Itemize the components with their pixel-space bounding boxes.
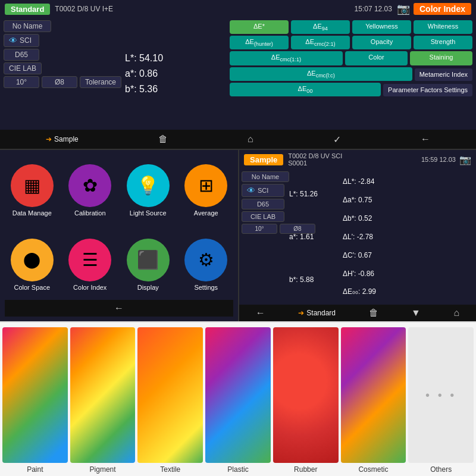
menu-settings[interactable]: ⚙ Settings [179,229,234,300]
s2r-eye-icon: 👁 [247,186,255,195]
paint-label: Paint [27,465,43,474]
s2r-delete-icon[interactable]: 🗑 [369,308,378,318]
delta-e-star-btn[interactable]: ΔE* [230,20,289,34]
screen1-footer: ➔ Sample 🗑 ⌂ ✓ ← [0,130,476,149]
s2r-db: Δb*: 0.52 [343,214,474,223]
screen1-body: No Name 👁 SCI D65 CIE LAB 10° Ø8 Toleran… [0,18,476,130]
gallery-rubber[interactable]: Rubber [273,327,339,474]
s2r-dH: ΔH': -0.86 [343,270,474,278]
s2r-down-icon[interactable]: ▼ [411,308,421,318]
cosmetic-image [341,327,406,463]
menu-color-index[interactable]: ☰ Color Index [63,229,118,300]
screen2-left-footer: ← [5,300,233,317]
s2r-device-info: T0002 D/8 UV SCI S0001 [288,152,421,167]
s2r-arrow-icon: ➔ [298,309,304,317]
cie-badge: CIE LAB [4,62,42,74]
color-index-title: Color Index [414,3,471,15]
s2r-sci: 👁 SCI [242,184,284,197]
screen1-header: Standard T0002 D/8 UV I+E 15:07 12.03 📷 … [0,0,476,18]
no-name-badge: No Name [4,20,51,32]
gallery-textile[interactable]: Textile [137,327,203,474]
tolerance-badge[interactable]: Tolerance [80,76,121,88]
pigment-image [70,327,136,463]
s2r-home-icon[interactable]: ⌂ [454,308,460,318]
s2r-back-icon[interactable]: ← [256,308,265,318]
whiteness-btn[interactable]: Whiteness [414,20,472,34]
settings-label: Settings [194,284,218,291]
ci-row-3: ΔEcmc(1:1) Color Staining [230,51,472,65]
param-factors-label[interactable]: Parameter Factors Settings [383,84,472,96]
menu-color-space[interactable]: ⬤ Color Space [5,229,60,300]
standard-badge[interactable]: Standard [5,4,50,15]
menu-data-manage[interactable]: ▦ Data Manage [5,155,60,226]
s2r-standard-nav[interactable]: ➔ Standard [298,309,336,317]
angle-badge: 10° [4,76,39,88]
check-icon[interactable]: ✓ [333,134,341,145]
delete-icon[interactable]: 🗑 [158,134,168,145]
menu-average[interactable]: ⊞ Average [179,155,234,226]
main-menu-grid: ▦ Data Manage ✿ Calibration 💡 Light Sour… [5,155,233,300]
yellowness-btn[interactable]: Yellowness [352,20,411,34]
s2r-dC: ΔC': 0.67 [343,251,474,259]
calibration-label: Calibration [74,209,106,217]
screen1-left-panel: No Name 👁 SCI D65 CIE LAB 10° Ø8 Toleran… [0,18,119,130]
gallery-others[interactable]: • • • Others [408,327,474,474]
camera-icon[interactable]: 📷 [397,2,410,15]
gallery-plastic[interactable]: Plastic [205,327,271,474]
screen2-left-panel: ▦ Data Manage ✿ Calibration 💡 Light Sour… [0,150,238,321]
s2r-angle: 10° [242,224,277,234]
cie-row: CIE LAB [4,62,115,74]
pigment-label: Pigment [90,465,116,474]
s2r-L: L*: 51.26 [289,190,338,198]
cosmetic-label: Cosmetic [358,465,388,474]
back-icon-s2[interactable]: ← [114,303,124,314]
staining-btn[interactable]: Staining [410,51,472,65]
sample-badge: Sample [244,154,283,165]
aperture-badge: Ø8 [42,76,77,88]
screen1-color-index: Standard T0002 D/8 UV I+E 15:07 12.03 📷 … [0,0,476,149]
color-space-icon: ⬤ [11,239,54,281]
gallery-pigment[interactable]: Pigment [70,327,136,474]
angle-row: 10° Ø8 Tolerance [4,76,115,88]
menu-calibration[interactable]: ✿ Calibration [63,155,118,226]
screen2-right-footer: ← ➔ Standard 🗑 ▼ ⌂ [239,305,476,321]
color-btn[interactable]: Color [345,51,408,65]
sample-nav-btn[interactable]: ➔ Sample [46,135,79,143]
eye-icon: 👁 [9,36,17,45]
menu-light-source[interactable]: 💡 Light Source [121,155,176,226]
delta-e-cmc-lc-btn[interactable]: ΔEcmc(l:c) [230,67,412,81]
gallery-cosmetic[interactable]: Cosmetic [341,327,406,474]
metameric-index-label: Metameric Index [415,68,472,81]
delta-e-cmc21-btn[interactable]: ΔEcmc(2:1) [291,36,350,49]
delta-e00-btn[interactable]: ΔE00 [230,83,381,96]
opacity-btn[interactable]: Opacity [352,36,411,49]
strength-btn[interactable]: Strength [414,36,472,49]
s2r-time: 15:59 12.03 [421,156,456,163]
gallery-section: Paint Pigment Textile Plastic Rubber Cos… [0,321,476,476]
ci-row-2: ΔE(hunter) ΔEcmc(2:1) Opacity Strength [230,36,472,49]
delta-e94-btn[interactable]: ΔE94 [291,20,350,34]
gallery-paint[interactable]: Paint [2,327,68,474]
s2r-dL: ΔL*: -2.84 [343,177,474,186]
data-manage-label: Data Manage [12,209,52,217]
no-name-row: No Name [4,20,115,32]
delta-e-hunter-btn[interactable]: ΔE(hunter) [230,36,289,49]
d65-badge: D65 [4,49,39,61]
delta-e-cmc11-btn[interactable]: ΔEcmc(1:1) [230,51,343,65]
menu-display[interactable]: ⬛ Display [121,229,176,300]
rubber-image [273,327,339,463]
screen2-right-sidebar: No Name 👁 SCI D65 CIE LAB 10° Ø8 [239,169,287,305]
ci-row-4: ΔEcmc(l:c) Metameric Index [230,67,472,81]
d65-row: D65 [4,49,115,61]
screen1-center-panel: L*: 54.10 a*: 0.86 b*: 5.36 [119,18,226,130]
s2r-cie: CIE LAB [242,211,284,222]
back-icon[interactable]: ← [421,134,430,145]
ci-row-5: ΔE00 Parameter Factors Settings [230,83,472,96]
sci-badge: 👁 SCI [4,34,39,47]
home-icon[interactable]: ⌂ [248,134,253,145]
settings-icon: ⚙ [184,239,227,281]
data-manage-icon: ▦ [11,164,54,207]
s2r-dE: ΔE₀₀: 2.99 [343,287,474,296]
display-icon: ⬛ [127,239,170,281]
calibration-icon: ✿ [68,164,111,207]
